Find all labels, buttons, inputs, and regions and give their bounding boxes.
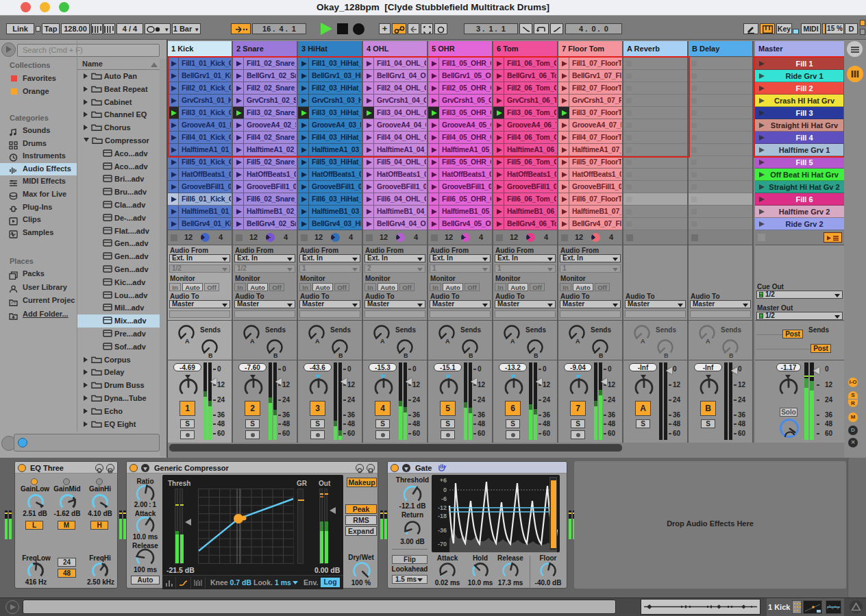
svg-text:-18: -18 — [438, 513, 447, 519]
svg-text:0: 0 — [443, 486, 447, 493]
svg-text:-12: -12 — [438, 504, 447, 511]
svg-text:-6: -6 — [441, 495, 447, 502]
svg-text:-70: -70 — [438, 541, 447, 547]
svg-text:-36: -36 — [438, 527, 447, 534]
svg-text:+6: +6 — [440, 477, 447, 484]
